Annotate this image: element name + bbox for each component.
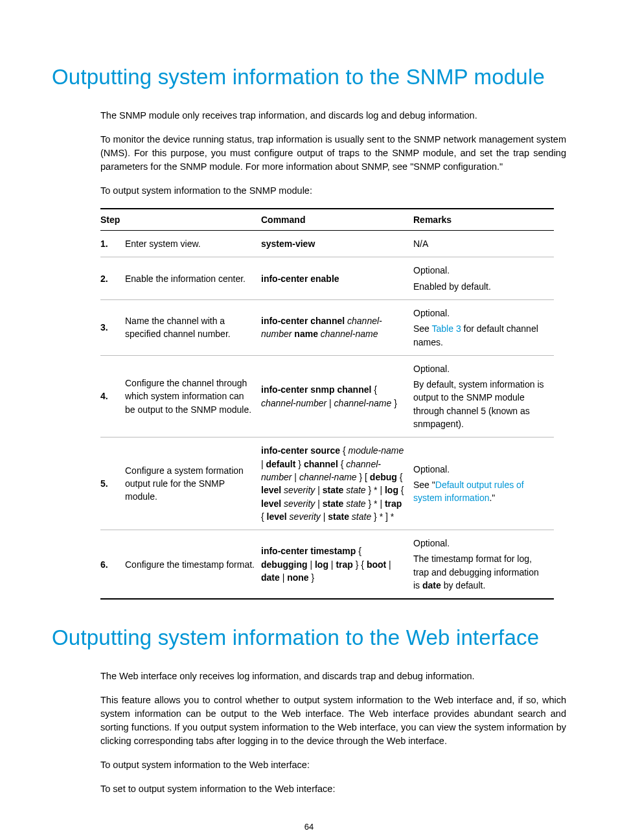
cross-reference-link[interactable]: Table 3 <box>432 323 461 334</box>
step-number: 1. <box>100 231 125 257</box>
step-number: 3. <box>100 299 125 355</box>
page: Outputting system information to the SNM… <box>0 0 618 840</box>
snmp-para-3: To output system information to the SNMP… <box>100 184 566 198</box>
page-number: 64 <box>52 822 566 832</box>
step-number: 4. <box>100 355 125 437</box>
step-command: system-view <box>261 231 413 257</box>
table-row: 5.Configure a system formation output ru… <box>100 438 554 530</box>
web-para-3: To output system information to the Web … <box>100 758 566 772</box>
heading-snmp: Outputting system information to the SNM… <box>52 65 566 89</box>
web-para-2: This feature allows you to control wheth… <box>100 694 566 748</box>
table-row: 6.Configure the timestamp format.info-ce… <box>100 530 554 600</box>
col-remarks: Remarks <box>413 209 554 231</box>
step-remarks: Optional.See "Default output rules of sy… <box>413 438 554 530</box>
step-command: info-center timestamp { debugging | log … <box>261 530 413 600</box>
table-row: 1.Enter system view.system-viewN/A <box>100 231 554 257</box>
step-number: 6. <box>100 530 125 600</box>
step-description: Enter system view. <box>125 231 261 257</box>
col-step: Step <box>100 209 261 231</box>
snmp-para-1: The SNMP module only receives trap infor… <box>100 109 566 122</box>
step-number: 2. <box>100 257 125 300</box>
web-para-1: The Web interface only receives log info… <box>100 670 566 683</box>
table-row: 3.Name the channel with a specified chan… <box>100 299 554 355</box>
step-remarks: Optional.The timestamp format for log, t… <box>413 530 554 600</box>
table-row: 4.Configure the channel through which sy… <box>100 355 554 437</box>
step-remarks: Optional.Enabled by default. <box>413 257 554 300</box>
step-remarks: N/A <box>413 231 554 257</box>
step-remarks: Optional.By default, system information … <box>413 355 554 437</box>
step-description: Configure the timestamp format. <box>125 530 261 600</box>
step-description: Configure a system formation output rule… <box>125 438 261 530</box>
step-command: info-center enable <box>261 257 413 300</box>
step-description: Name the channel with a specified channe… <box>125 299 261 355</box>
snmp-steps-table: Step Command Remarks 1.Enter system view… <box>100 208 554 600</box>
snmp-para-2: To monitor the device running status, tr… <box>100 133 566 174</box>
step-description: Enable the information center. <box>125 257 261 300</box>
step-number: 5. <box>100 438 125 530</box>
col-command: Command <box>261 209 413 231</box>
heading-web: Outputting system information to the Web… <box>52 625 566 650</box>
step-command: info-center source { module-name | defau… <box>261 438 413 530</box>
step-remarks: Optional.See Table 3 for default channel… <box>413 299 554 355</box>
table-row: 2.Enable the information center.info-cen… <box>100 257 554 300</box>
web-para-4: To set to output system information to t… <box>100 782 566 796</box>
step-command: info-center channel channel-number name … <box>261 299 413 355</box>
step-description: Configure the channel through which syst… <box>125 355 261 437</box>
step-command: info-center snmp channel { channel-numbe… <box>261 355 413 437</box>
